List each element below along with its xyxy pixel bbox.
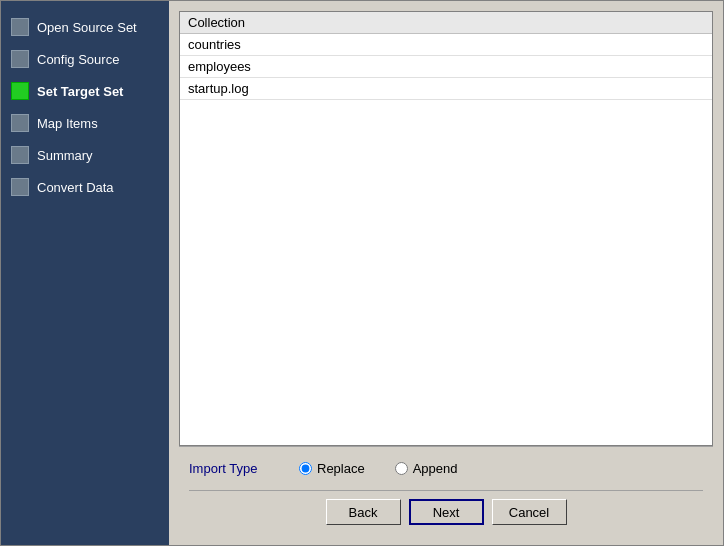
radio-append-input[interactable] bbox=[395, 462, 408, 475]
radio-replace[interactable]: Replace bbox=[299, 461, 365, 476]
right-panel: Collection countries employees startup.l… bbox=[169, 1, 723, 545]
cancel-button[interactable]: Cancel bbox=[492, 499, 567, 525]
step-icon-open-source-set bbox=[11, 18, 29, 36]
sidebar-label-config-source: Config Source bbox=[37, 52, 119, 67]
collection-item-employees: employees bbox=[180, 56, 712, 78]
sidebar-item-set-target-set[interactable]: Set Target Set bbox=[1, 75, 169, 107]
sidebar-label-convert-data: Convert Data bbox=[37, 180, 114, 195]
sidebar-item-open-source-set[interactable]: Open Source Set bbox=[1, 11, 169, 43]
table-row[interactable]: startup.log bbox=[180, 78, 712, 100]
sidebar-label-set-target-set: Set Target Set bbox=[37, 84, 123, 99]
collection-item-startup-log: startup.log bbox=[180, 78, 712, 100]
step-icon-set-target-set bbox=[11, 82, 29, 100]
radio-group: Replace Append bbox=[299, 461, 458, 476]
collection-table: Collection countries employees startup.l… bbox=[180, 12, 712, 100]
step-icon-config-source bbox=[11, 50, 29, 68]
collection-item-countries: countries bbox=[180, 34, 712, 56]
bottom-section: Import Type Replace Append Back bbox=[179, 446, 713, 535]
import-type-row: Import Type Replace Append bbox=[189, 455, 703, 482]
collection-header: Collection bbox=[180, 12, 712, 34]
sidebar-item-config-source[interactable]: Config Source bbox=[1, 43, 169, 75]
main-window: Open Source Set Config Source Set Target… bbox=[0, 0, 724, 546]
sidebar-label-map-items: Map Items bbox=[37, 116, 98, 131]
sidebar-item-map-items[interactable]: Map Items bbox=[1, 107, 169, 139]
next-button[interactable]: Next bbox=[409, 499, 484, 525]
button-row: Back Next Cancel bbox=[189, 490, 703, 535]
step-icon-convert-data bbox=[11, 178, 29, 196]
content-area: Open Source Set Config Source Set Target… bbox=[1, 1, 723, 545]
radio-append-label: Append bbox=[413, 461, 458, 476]
table-header-row: Collection bbox=[180, 12, 712, 34]
sidebar-item-convert-data[interactable]: Convert Data bbox=[1, 171, 169, 203]
collection-list[interactable]: Collection countries employees startup.l… bbox=[179, 11, 713, 446]
step-icon-summary bbox=[11, 146, 29, 164]
sidebar-label-summary: Summary bbox=[37, 148, 93, 163]
radio-append[interactable]: Append bbox=[395, 461, 458, 476]
back-button[interactable]: Back bbox=[326, 499, 401, 525]
step-icon-map-items bbox=[11, 114, 29, 132]
table-row[interactable]: countries bbox=[180, 34, 712, 56]
sidebar-item-summary[interactable]: Summary bbox=[1, 139, 169, 171]
sidebar-label-open-source-set: Open Source Set bbox=[37, 20, 137, 35]
import-type-label: Import Type bbox=[189, 461, 279, 476]
radio-replace-label: Replace bbox=[317, 461, 365, 476]
sidebar: Open Source Set Config Source Set Target… bbox=[1, 1, 169, 545]
radio-replace-input[interactable] bbox=[299, 462, 312, 475]
table-row[interactable]: employees bbox=[180, 56, 712, 78]
